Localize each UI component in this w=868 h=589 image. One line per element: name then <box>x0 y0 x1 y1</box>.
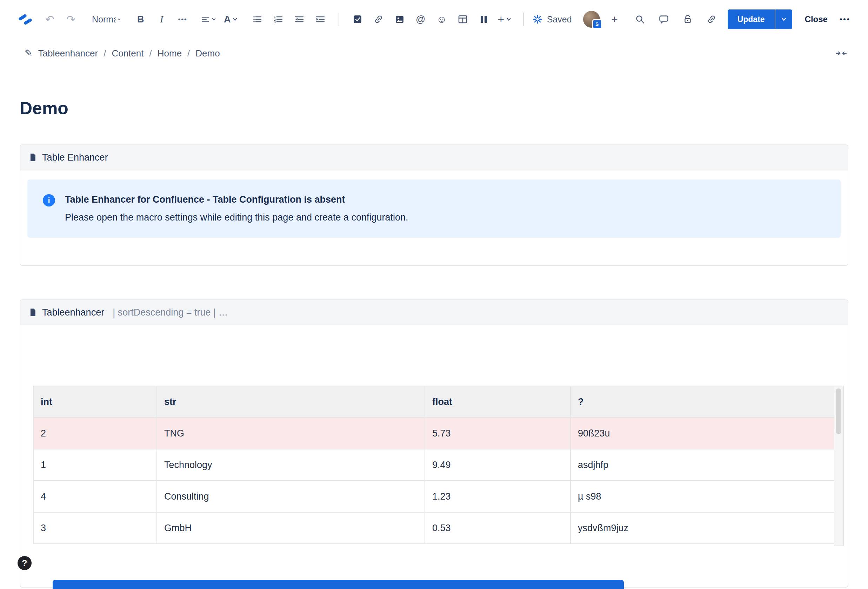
column-header-str: str <box>157 386 425 418</box>
horizontal-scrollbar-thumb[interactable] <box>53 580 624 589</box>
redo-button[interactable]: ↷ <box>61 10 81 28</box>
table-cell: ysdvßm9juz <box>570 512 834 544</box>
outdent-icon <box>294 14 304 25</box>
page-actions-group <box>630 10 721 28</box>
plus-icon: + <box>611 13 618 26</box>
indent-button[interactable] <box>310 10 330 28</box>
info-panel-message: Please open the macro settings while edi… <box>65 211 408 224</box>
outdent-button[interactable] <box>289 10 309 28</box>
breadcrumb-separator: / <box>149 48 152 59</box>
table-cell: TNG <box>157 418 425 449</box>
info-panel-text: Table Enhancer for Confluence - Table Co… <box>65 193 408 224</box>
search-icon <box>635 14 645 25</box>
table-cell: Technology <box>157 449 425 481</box>
table-row: 2 TNG 5.73 90ß23u <box>33 418 834 449</box>
table-icon <box>458 14 468 25</box>
table-cell: 5.73 <box>425 418 570 449</box>
breadcrumb-separator: / <box>187 48 190 59</box>
columns-layout-icon <box>478 14 489 25</box>
info-panel: i Table Enhancer for Confluence - Table … <box>27 180 841 238</box>
svg-text:3: 3 <box>274 20 275 24</box>
image-icon <box>394 14 405 25</box>
alignment-dropdown[interactable] <box>199 10 218 28</box>
breadcrumb-separator: / <box>103 48 106 59</box>
breadcrumb-item-home[interactable]: Home <box>158 48 182 59</box>
task-list-button[interactable] <box>348 10 368 28</box>
scrollbar-thumb[interactable] <box>836 389 841 434</box>
page-title[interactable]: Demo <box>20 98 868 118</box>
enhanced-table: int str float ? 2 TNG 5.73 90ß23u 1 Tech… <box>33 386 835 544</box>
breadcrumb-item-content[interactable]: Content <box>112 48 143 59</box>
emoji-button[interactable]: ☺ <box>432 10 452 28</box>
italic-button[interactable]: I <box>152 10 171 28</box>
breadcrumb-item-demo[interactable]: Demo <box>195 48 220 59</box>
table-vertical-scrollbar[interactable] <box>834 386 844 546</box>
macro-title: Table Enhancer <box>42 152 108 163</box>
layouts-button[interactable] <box>474 10 494 28</box>
column-header-int: int <box>33 386 157 418</box>
table-cell: µ s98 <box>570 481 834 512</box>
insert-group: @ ☺ + <box>348 10 515 28</box>
text-color-dropdown[interactable]: A <box>221 10 241 28</box>
emoji-icon: ☺ <box>437 15 447 25</box>
collapse-arrows-icon <box>835 48 848 59</box>
bullet-list-button[interactable] <box>247 10 267 28</box>
editor-toolbar: ↶ ↷ Normal text B I ••• A <box>0 0 868 38</box>
comments-button[interactable] <box>654 10 674 28</box>
copy-link-button[interactable] <box>702 10 721 28</box>
insert-image-button[interactable] <box>390 10 409 28</box>
update-split-button: Update <box>728 9 792 29</box>
bold-button[interactable]: B <box>131 10 151 28</box>
confluence-logo[interactable] <box>13 10 37 28</box>
search-button[interactable] <box>630 10 650 28</box>
avatar-status-badge: S <box>592 19 602 29</box>
close-button[interactable]: Close <box>799 15 834 24</box>
insert-link-button[interactable] <box>369 10 388 28</box>
insert-table-button[interactable] <box>453 10 472 28</box>
sync-spinner-icon <box>532 14 543 25</box>
align-text-icon <box>201 14 210 25</box>
table-cell: 1.23 <box>425 481 570 512</box>
undo-icon: ↶ <box>45 14 55 25</box>
macro-tableenhancer-header[interactable]: Tableenhancer | sortDescending = true | … <box>20 300 848 325</box>
collapse-width-button[interactable] <box>835 48 848 59</box>
mention-button[interactable]: @ <box>411 10 431 28</box>
chevron-down-icon <box>232 16 238 22</box>
restrictions-button[interactable] <box>678 10 697 28</box>
macro-table-enhancer-header[interactable]: Table Enhancer <box>20 145 848 170</box>
invite-people-button[interactable]: + <box>605 10 624 28</box>
macro-title: Tableenhancer <box>42 307 104 318</box>
text-style-dropdown[interactable]: Normal text <box>90 10 123 28</box>
column-header-question: ? <box>570 386 834 418</box>
info-icon: i <box>43 194 55 206</box>
chevron-down-icon <box>211 16 217 22</box>
unlock-icon <box>682 14 693 25</box>
macro-tableenhancer: Tableenhancer | sortDescending = true | … <box>20 299 848 588</box>
update-button[interactable]: Update <box>728 9 775 29</box>
macro-table-enhancer-body: i Table Enhancer for Confluence - Table … <box>20 170 848 265</box>
more-formatting-button[interactable]: ••• <box>173 10 193 28</box>
numbered-list-button[interactable]: 1 2 3 <box>269 10 288 28</box>
user-avatar[interactable]: S <box>583 11 600 28</box>
info-panel-title: Table Enhancer for Confluence - Table Co… <box>65 193 408 206</box>
help-button[interactable]: ? <box>18 556 32 570</box>
insert-dropdown[interactable]: + <box>495 10 515 28</box>
breadcrumb-item-space[interactable]: Tableenhancer <box>38 48 98 59</box>
table-cell: Consulting <box>157 481 425 512</box>
confluence-logo-icon <box>17 11 33 27</box>
task-checkbox-icon <box>352 14 363 25</box>
table-row: 1 Technology 9.49 asdjhfp <box>33 449 834 481</box>
update-options-button[interactable] <box>775 9 792 29</box>
table-cell: 2 <box>33 418 157 449</box>
table-cell: 9.49 <box>425 449 570 481</box>
undo-button[interactable]: ↶ <box>40 10 60 28</box>
toolbar-separator <box>523 13 524 26</box>
macro-table-enhancer: Table Enhancer i Table Enhancer for Conf… <box>20 144 848 266</box>
edit-pencil-icon: ✎ <box>25 48 32 59</box>
toolbar-overflow-button[interactable]: ••• <box>837 15 853 24</box>
table-row: 3 GmbH 0.53 ysdvßm9juz <box>33 512 834 544</box>
document-icon <box>28 308 37 317</box>
comment-bubble-icon <box>658 14 669 25</box>
chevron-down-icon <box>506 16 512 22</box>
list-group: 1 2 3 <box>247 10 330 28</box>
